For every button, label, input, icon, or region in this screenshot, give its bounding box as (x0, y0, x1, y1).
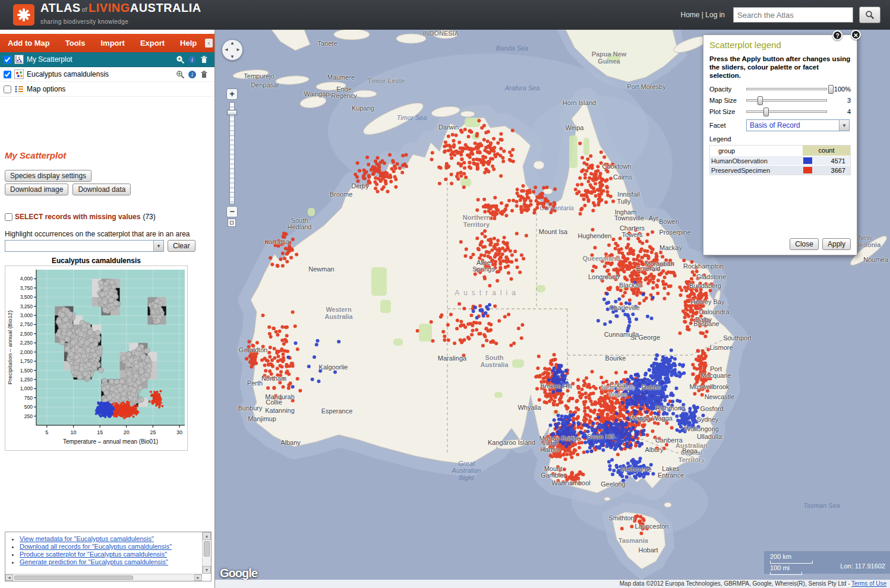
clear-button[interactable]: Clear (168, 240, 195, 252)
layer-row-eucalyptus-camaldulensis[interactable]: Eucalyptus camaldulensisi (0, 67, 214, 82)
pan-down-icon[interactable]: ▼ (230, 54, 235, 59)
close-button[interactable]: Close (790, 238, 819, 250)
map-region[interactable]: Banda SeaArafura SeaTimor SeaCarpentaria… (215, 30, 890, 588)
menu-item-help[interactable]: Help (172, 39, 204, 48)
missing-values-checkbox[interactable] (5, 213, 12, 221)
scale-mi-label: 100 mi (770, 564, 790, 571)
scatterplot-layer-icon (14, 55, 24, 64)
legend-group-name: HumanObservation (710, 157, 803, 165)
species-link[interactable]: Download all records for "Eucalyptus cam… (20, 543, 172, 550)
layer-checkbox[interactable] (4, 56, 11, 64)
species-link[interactable]: View metadata for "Eucalyptus camaldulen… (20, 535, 154, 542)
zoom-slider[interactable] (229, 102, 235, 204)
info-icon[interactable]: i (188, 70, 197, 79)
slider-value: 3 (831, 97, 851, 104)
species-link-item: Download all records for "Eucalyptus cam… (20, 543, 201, 550)
svg-text:1,750: 1,750 (20, 358, 33, 364)
home-link[interactable]: Home (680, 11, 699, 19)
slider-handle[interactable] (758, 96, 763, 105)
download-image-button[interactable]: Download image (5, 184, 68, 195)
zoom-slider-thumb[interactable] (227, 110, 237, 115)
legend-row[interactable]: PreservedSpecimen3667 (710, 165, 850, 175)
group-header: group (710, 147, 803, 154)
brand-australia: AUSTRALIA (130, 1, 201, 14)
legend-swatch (803, 157, 812, 164)
menu-item-import[interactable]: Import (93, 39, 132, 48)
links-horizontal-scrollbar[interactable]: ◄ ► (5, 574, 202, 581)
search-button[interactable] (859, 7, 880, 23)
layer-row-map-options[interactable]: Map options (0, 82, 214, 97)
scroll-thumb[interactable] (204, 541, 210, 557)
species-display-settings-button[interactable]: Species display settings (5, 170, 91, 182)
pan-left-icon[interactable]: ◄ (224, 47, 229, 52)
scroll-thumb[interactable] (14, 576, 133, 580)
info-icon[interactable]: i (188, 55, 197, 64)
pan-up-icon[interactable]: ▲ (230, 40, 235, 46)
svg-text:3,000: 3,000 (20, 312, 33, 318)
map-scale-control: 200 km 100 mi Lon: 117.91602 Lat: -14.44… (764, 551, 890, 574)
svg-text:25: 25 (150, 429, 156, 435)
svg-text:2,000: 2,000 (20, 349, 33, 355)
chevron-down-icon[interactable]: ▾ (839, 120, 849, 131)
scatterplot-chart[interactable]: 510152025302505007501,0001,2501,5001,750… (5, 265, 188, 451)
menu-item-add-to-map[interactable]: Add to Map (0, 39, 58, 48)
map-size-slider[interactable] (746, 99, 827, 102)
download-data-button[interactable]: Download data (72, 184, 131, 195)
facet-select[interactable]: Basis of Record ▾ (746, 119, 850, 131)
terms-of-use-link[interactable]: Terms of Use (851, 580, 886, 587)
scroll-left-icon[interactable]: ◄ (5, 574, 13, 581)
help-button[interactable]: ? (832, 30, 842, 40)
layer-row-my-scatterplot[interactable]: My Scatterploti (0, 52, 214, 67)
zoom-out-button[interactable]: − (226, 206, 238, 217)
chevron-down-icon[interactable]: ▾ (153, 241, 163, 251)
layer-checkbox[interactable] (4, 86, 11, 93)
close-icon[interactable]: ✕ (851, 30, 861, 40)
svg-text:1,250: 1,250 (20, 377, 33, 382)
svg-text:250: 250 (24, 413, 33, 419)
ala-logo[interactable] (13, 4, 34, 26)
layer-checkbox[interactable] (4, 71, 11, 78)
svg-text:3,250: 3,250 (20, 304, 33, 309)
collapse-sidebar-button[interactable]: ‹ (205, 39, 213, 48)
species-link-item: Produce scatterplot for "Eucalyptus cama… (20, 551, 201, 558)
apply-button[interactable]: Apply (822, 238, 851, 250)
overview-toggle-button[interactable] (228, 219, 236, 227)
brand-wordmark: ATLASofLIVINGAUSTRALIA sharing biodivers… (40, 2, 201, 28)
opacity-slider[interactable] (746, 88, 827, 90)
svg-text:30: 30 (176, 429, 182, 435)
login-link[interactable]: Log in (705, 11, 725, 19)
menu-bar: Add to MapToolsImportExportHelp ‹ (0, 34, 214, 52)
legend-count: 3667 (812, 167, 850, 174)
species-link[interactable]: Produce scatterplot for "Eucalyptus cama… (20, 551, 167, 558)
svg-text:4,000: 4,000 (20, 276, 33, 282)
scroll-up-icon[interactable]: ▲ (203, 532, 211, 540)
search-input[interactable] (733, 7, 853, 23)
top-header: ATLASofLIVINGAUSTRALIA sharing biodivers… (0, 0, 890, 30)
zoom-icon[interactable] (176, 70, 185, 79)
map-options-icon (14, 84, 24, 94)
svg-text:10: 10 (70, 429, 76, 435)
menu-item-tools[interactable]: Tools (58, 39, 93, 48)
species-link[interactable]: Generate prediction for "Eucalyptus cama… (20, 558, 168, 565)
slider-handle[interactable] (763, 108, 769, 116)
svg-text:3,500: 3,500 (20, 294, 33, 300)
menu-item-export[interactable]: Export (132, 39, 172, 48)
count-header: count (803, 146, 850, 156)
delete-icon[interactable] (200, 70, 209, 79)
scroll-right-icon[interactable]: ► (194, 574, 202, 581)
map-pan-control[interactable]: ▲ ◄ ► ▼ (222, 39, 243, 61)
plot-size-slider[interactable] (746, 110, 827, 113)
delete-icon[interactable] (200, 55, 209, 64)
area-select[interactable]: ▾ (5, 240, 164, 252)
layer-list: My ScatterplotiEucalyptus camaldulensisi… (0, 52, 214, 97)
scale-km-bar (770, 561, 813, 564)
pan-right-icon[interactable]: ► (236, 47, 241, 52)
legend-row[interactable]: HumanObservation4571 (710, 156, 850, 165)
zoom-icon[interactable] (176, 55, 185, 64)
scroll-down-icon[interactable]: ▼ (203, 566, 211, 574)
slider-handle[interactable] (828, 85, 834, 94)
zoom-in-button[interactable]: + (226, 88, 238, 100)
species-link-item: Generate prediction for "Eucalyptus cama… (20, 558, 201, 565)
svg-text:15: 15 (97, 429, 103, 435)
links-vertical-scrollbar[interactable]: ▲ ▼ (202, 532, 211, 574)
